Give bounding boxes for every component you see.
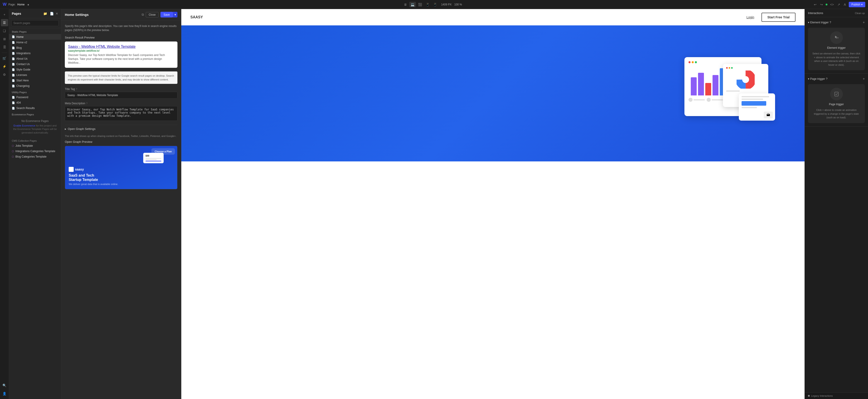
page-item-home-v2[interactable]: 📄 Home v2: [9, 40, 61, 45]
publish-button[interactable]: Publish ▾: [849, 2, 865, 7]
publish-label: Publish: [851, 3, 860, 6]
pages-close-btn[interactable]: ✕: [56, 11, 58, 16]
page-item-licenses[interactable]: 📄 Licenses: [9, 72, 61, 78]
page-icon: 📄: [12, 96, 15, 99]
pages-panel-header: Pages 📁 📄 ✕: [9, 9, 61, 18]
meta-desc-textarea[interactable]: Discover Saasy, our Top Notch Webflow Te…: [65, 106, 178, 121]
mobile-view-btn[interactable]: 📱: [432, 2, 438, 7]
page-icon: 📄: [12, 68, 15, 71]
px-display: 1409 PX: [441, 3, 452, 6]
ecom-btn[interactable]: 🛒: [1, 55, 8, 62]
cms-btn[interactable]: 🗄: [1, 43, 8, 51]
cms-page-integrations-cat[interactable]: ⬡ Integrations Categories Template: [9, 149, 61, 154]
settings-save-btn[interactable]: Save: [160, 12, 173, 18]
meta-desc-field: Meta Description ? Discover Saasy, our T…: [65, 102, 178, 122]
page-settings-btn[interactable]: ⚙: [55, 35, 58, 38]
page-icon: 📄: [12, 74, 15, 76]
logic-btn[interactable]: ⚡: [1, 63, 8, 70]
tablet-landscape-btn[interactable]: ⬛: [417, 2, 423, 7]
desktop-view-btn[interactable]: 🖥: [403, 2, 408, 7]
card-traffic-lights: [726, 67, 765, 69]
cms-page-jobs[interactable]: ⬡ Jobs Template: [9, 143, 61, 149]
meta-desc-help: ?: [86, 102, 88, 105]
nav-cta-button[interactable]: Start Free Trial: [762, 13, 796, 22]
page-status-icon: ●: [26, 2, 30, 7]
page-name-contact: Contact Us: [16, 63, 58, 66]
search-btn[interactable]: 🔍: [1, 382, 8, 389]
no-ecom-section: No Ecommerce Pages Enable Ecommerce for …: [9, 117, 61, 137]
line-2: [742, 99, 763, 100]
undo-btn[interactable]: ↩: [813, 2, 817, 7]
zoom-level: 100 %: [454, 3, 462, 6]
dot-green: [695, 61, 697, 63]
page-item-about[interactable]: 📄 About Us: [9, 56, 61, 61]
page-icon: 📄: [12, 79, 15, 82]
cms-page-name-blog-cat: Blog Categories Template: [16, 155, 46, 158]
redo-btn[interactable]: ↪: [819, 2, 824, 7]
laptop-view-btn[interactable]: 💻: [409, 2, 416, 7]
page-trigger-add-btn[interactable]: +: [863, 77, 865, 81]
site-navbar: SAASY Login Start Free Trial: [181, 9, 805, 25]
settings-nav-btn[interactable]: ⚙: [1, 71, 8, 78]
settings-close-btn[interactable]: Close: [146, 12, 159, 18]
settings-duplicate-btn[interactable]: ⧉: [142, 13, 144, 17]
font-btn[interactable]: A: [843, 2, 847, 7]
page-item-integrations[interactable]: 📄 Integrations: [9, 51, 61, 56]
enable-ecom-link[interactable]: Enable Ecommerce: [13, 124, 35, 127]
title-tag-help: ?: [76, 88, 77, 90]
page-item-contact[interactable]: 📄 Contact Us: [9, 61, 61, 67]
pages-panel-title: Pages: [12, 12, 21, 16]
webflow-logo: W: [3, 2, 7, 7]
bar-1: [691, 77, 697, 95]
pages-search-input[interactable]: [11, 20, 59, 26]
cms-icon: ⬡: [12, 155, 14, 158]
page-item-search-results[interactable]: 📄 Search Results: [9, 105, 61, 111]
og-settings-collapse[interactable]: ▸ Open Graph Settings: [65, 125, 178, 133]
saasy-og-image: Choose a Plan $99 saasy SaaS and TechSta…: [65, 146, 177, 189]
element-trigger-add-btn[interactable]: +: [863, 21, 865, 25]
page-name-licenses: Licenses: [16, 73, 58, 76]
traffic-lights: [688, 61, 757, 63]
components-btn[interactable]: ❑: [1, 27, 8, 34]
add-folder-btn[interactable]: 📁: [42, 11, 48, 16]
icon-sidebar: + ☰ ❑ ⊞ 🗄 🛒 ⚡ ⚙ 🔍 👤: [0, 9, 9, 399]
settings-header: Home Settings ⧉ Close Save ▾: [61, 9, 181, 21]
cms-icon: ⬡: [12, 145, 14, 147]
save-dropdown-btn[interactable]: ▾: [173, 12, 178, 18]
page-item-home[interactable]: 📄 Home 🏠 ⚙: [9, 34, 61, 40]
home-icon-btn[interactable]: 🏠: [50, 35, 54, 38]
tablet-portrait-btn[interactable]: 📱: [424, 2, 431, 7]
pages-btn[interactable]: ☰: [1, 19, 8, 26]
page-item-changelog[interactable]: 📄 Changelog: [9, 83, 61, 89]
add-page-btn[interactable]: 📄: [49, 11, 55, 16]
page-item-blog[interactable]: 📄 Blog: [9, 45, 61, 51]
cms-page-name-jobs: Jobs Template: [16, 144, 33, 147]
user-btn[interactable]: 👤: [1, 390, 8, 397]
main-layout: + ☰ ❑ ⊞ 🗄 🛒 ⚡ ⚙ 🔍 👤 Pages 📁 📄 ✕ Static P…: [0, 9, 868, 399]
page-trigger-icon: [830, 88, 843, 100]
og-preview-box: Choose a Plan $99 saasy SaaS and TechSta…: [65, 146, 178, 189]
assets-btn[interactable]: ⊞: [1, 35, 8, 42]
nav-actions: Login Start Free Trial: [743, 13, 796, 22]
saasy-headline: SaaS and TechStartup Template: [69, 173, 174, 182]
share-btn[interactable]: ↗: [837, 2, 841, 7]
og-collapse-label: ▸ Open Graph Settings: [65, 127, 95, 130]
dot-yellow: [692, 61, 694, 63]
settings-header-actions: ⧉ Close Save ▾: [142, 12, 178, 18]
add-element-btn[interactable]: +: [1, 11, 8, 18]
clean-up-button[interactable]: Clean up: [855, 12, 865, 14]
page-item-password[interactable]: 📄 Password: [9, 95, 61, 100]
page-item-style-guide[interactable]: 📄 Style Guide: [9, 67, 61, 72]
save-btn-group: Save ▾: [160, 12, 178, 18]
line-3: [742, 107, 757, 108]
page-icon: 📄: [12, 57, 15, 60]
page-item-404[interactable]: 📄 404: [9, 100, 61, 105]
page-item-start-here[interactable]: 📄 Start Here: [9, 78, 61, 83]
nav-login-link[interactable]: Login: [743, 13, 758, 21]
cms-page-blog-cat[interactable]: ⬡ Blog Categories Template: [9, 154, 61, 159]
title-tag-input[interactable]: [65, 92, 178, 99]
user-avatar-2: [707, 98, 711, 102]
canvas-content: SAASY Login Start Free Trial: [181, 9, 805, 399]
settings-body: Specify this page's title and descriptio…: [61, 21, 181, 399]
code-view-btn[interactable]: <>: [829, 2, 835, 7]
